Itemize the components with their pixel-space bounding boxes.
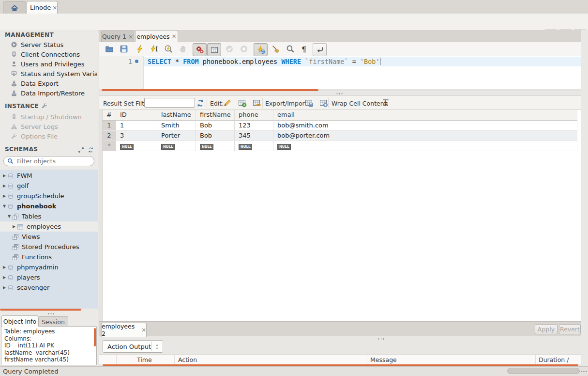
execute-icon[interactable] [135, 44, 145, 54]
execute-current-statement-icon[interactable] [150, 44, 159, 54]
refresh-result-icon[interactable] [196, 98, 205, 108]
tree-item-golf[interactable]: ▶ golf [0, 181, 98, 191]
cell-null[interactable]: NULL [235, 141, 273, 151]
apply-button[interactable]: Apply [535, 324, 558, 334]
sidebar-item-client-connections[interactable]: Client Connections [0, 49, 98, 59]
status-bar: Query Completed [0, 366, 588, 376]
open-file-icon[interactable] [105, 44, 114, 54]
editor-hscroll-thumb[interactable] [102, 89, 318, 91]
tree-item-scavenger[interactable]: ▶ scavenger [0, 282, 98, 293]
cell-phone[interactable]: 345 [235, 131, 273, 141]
import-records-icon[interactable] [318, 98, 328, 108]
grid-new-row[interactable]: * NULL NULL NULL NULL NULL [103, 141, 577, 151]
cell-null[interactable]: NULL [116, 141, 157, 151]
connection-tab[interactable]: Linode × [27, 1, 58, 14]
sidebar-item-data-export[interactable]: Data Export [0, 78, 98, 88]
output-selector[interactable]: Action Output [103, 340, 163, 353]
schema-filter-input[interactable] [16, 157, 91, 165]
tab-employees-close-icon[interactable]: × [172, 33, 177, 40]
sidebar-item-data-import[interactable]: Data Import/Restore [0, 88, 98, 98]
tab-employees-2[interactable]: employees 2 × [101, 323, 147, 337]
connection-tab-close-icon[interactable]: × [52, 4, 57, 11]
delete-row-icon[interactable] [252, 98, 261, 108]
cell-firstname[interactable]: Bob [196, 131, 235, 141]
sql-code-line[interactable]: SELECT * FROM phonebook.employees WHERE … [148, 57, 380, 66]
output-column-time[interactable]: Time [137, 356, 152, 363]
cell-null[interactable]: NULL [196, 141, 235, 151]
beautify-script-icon[interactable] [271, 44, 281, 54]
find-icon[interactable] [286, 44, 295, 54]
tree-item-fwm[interactable]: ▶ FWM [0, 171, 98, 181]
cell-phone[interactable]: 123 [235, 121, 273, 131]
cell-id[interactable]: 1 [116, 121, 157, 131]
toggle-stop-on-error-button[interactable] [193, 43, 207, 56]
sidebar-item-users-privileges[interactable]: Users and Privileges [0, 59, 98, 69]
column-header-lastname[interactable]: lastName [157, 110, 196, 121]
tab-object-info[interactable]: Object Info [1, 315, 38, 327]
output-column-message[interactable]: Message [370, 356, 397, 363]
grid-row-1[interactable]: 1 1 Smith Bob 123 bob@smith.com [103, 121, 577, 131]
tab-session[interactable]: Session [38, 316, 68, 327]
edit-cell-icon[interactable] [223, 98, 232, 108]
tree-item-phonebook[interactable]: ▼ phonebook [0, 201, 98, 211]
window-resize-grip[interactable] [580, 370, 588, 372]
column-header-id[interactable]: ID [116, 110, 157, 121]
insert-row-icon[interactable] [237, 98, 247, 108]
sidebar-item-system-variables[interactable]: Status and System Variables [0, 69, 98, 78]
wrap-cell-content-icon[interactable]: A [381, 98, 391, 108]
cell-lastname[interactable]: Porter [157, 131, 196, 141]
output-column-action[interactable]: Action [178, 356, 197, 363]
output-splitter-handle[interactable] [376, 337, 386, 340]
grid-row-2[interactable]: 2 3 Porter Bob 345 bob@porter.com [103, 131, 577, 141]
cell-email[interactable]: bob@porter.com [273, 131, 577, 141]
tab-query-1-close-icon[interactable]: × [128, 33, 133, 40]
output-column-duration[interactable]: Duration / Fetch [539, 356, 581, 364]
tab-query-1[interactable]: Query 1 × [101, 31, 134, 42]
sidebar-splitter-handle[interactable] [46, 312, 56, 315]
statusbar-scrollbar-thumb[interactable] [507, 368, 580, 374]
tree-item-employees[interactable]: ▶ employees [0, 221, 98, 232]
toggle-word-wrap-button[interactable] [313, 43, 327, 56]
tree-item-functions[interactable]: Functions [0, 252, 98, 262]
sidebar-horizontal-scrollbar-thumb[interactable] [0, 309, 81, 311]
tab-employees-2-close-icon[interactable]: × [141, 327, 146, 333]
column-header-email[interactable]: email [273, 110, 577, 121]
limit-rows-button[interactable] [207, 43, 221, 56]
sidebar-item-server-logs[interactable]: Server Logs [0, 122, 98, 131]
tree-item-stored-procedures[interactable]: Stored Procedures [0, 242, 98, 252]
column-header-rownum[interactable]: # [103, 110, 116, 121]
explain-plan-icon[interactable] [164, 44, 173, 54]
tree-item-phpmyadmin[interactable]: ▶ phpmyadmin [0, 262, 98, 272]
refresh-schemas-icon[interactable] [87, 146, 94, 154]
cell-email[interactable]: bob@smith.com [273, 121, 577, 131]
show-invisible-characters-icon[interactable]: ¶ [299, 44, 309, 54]
toggle-autocommit-button[interactable] [254, 43, 268, 56]
column-header-firstname[interactable]: firstName [196, 110, 235, 121]
result-filter-input[interactable] [144, 98, 195, 108]
sidebar-item-options-file[interactable]: Options File [0, 131, 98, 141]
sidebar-item-startup-shutdown[interactable]: Startup / Shutdown [0, 112, 98, 122]
selector-spinner-icon[interactable] [153, 343, 161, 350]
cell-null[interactable]: NULL [273, 141, 577, 151]
sql-editor[interactable]: 1 SELECT * FROM phonebook.employees WHER… [99, 56, 581, 90]
tree-item-views[interactable]: Views [0, 232, 98, 242]
tree-item-tables[interactable]: ▼ Tables [0, 211, 98, 221]
home-tab[interactable] [3, 1, 26, 14]
editor-result-splitter-handle[interactable] [334, 91, 345, 95]
object-info-scrollbar-thumb[interactable] [94, 328, 96, 346]
column-header-phone[interactable]: phone [235, 110, 273, 121]
sidebar-item-server-status[interactable]: Server Status [0, 40, 98, 49]
cell-null[interactable]: NULL [157, 141, 196, 151]
cell-lastname[interactable]: Smith [157, 121, 196, 131]
tree-item-groupschedule[interactable]: ▶ groupSchedule [0, 191, 98, 201]
tree-item-players[interactable]: ▶ players [0, 272, 98, 282]
revert-button[interactable]: Revert [559, 324, 581, 334]
home-icon [10, 3, 19, 13]
output-hscroll-thumb[interactable] [103, 364, 578, 366]
save-script-icon[interactable] [119, 44, 129, 54]
export-recordset-icon[interactable] [304, 98, 314, 108]
expand-schemas-icon[interactable] [77, 146, 85, 154]
tab-employees[interactable]: employees × [135, 30, 178, 42]
cell-id[interactable]: 3 [116, 131, 157, 141]
cell-firstname[interactable]: Bob [196, 121, 235, 131]
